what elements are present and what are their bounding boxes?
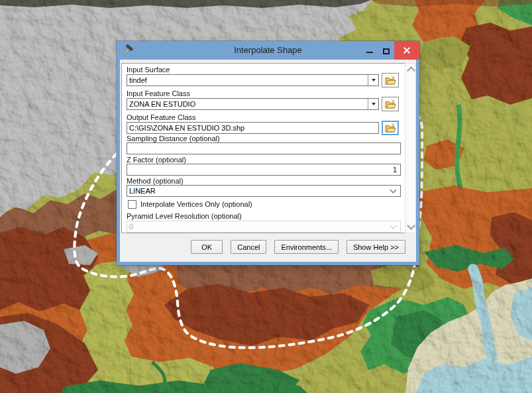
open-folder-icon bbox=[385, 76, 396, 85]
arcmap-viewport: Interpolate Shape Input Surface tindef bbox=[0, 0, 532, 393]
cancel-button[interactable]: Cancel bbox=[231, 240, 266, 254]
interpolate-vertices-label: Interpolate Vertices Only (optional) bbox=[140, 200, 252, 209]
show-help-button[interactable]: Show Help >> bbox=[346, 240, 405, 254]
method-label: Method (optional) bbox=[127, 177, 184, 185]
environments-button[interactable]: Environments... bbox=[274, 240, 338, 254]
pyramid-level-label: Pyramid Level Resolution (optional) bbox=[127, 212, 242, 220]
input-feature-class-browse-button[interactable] bbox=[382, 97, 399, 111]
vertical-scrollbar[interactable] bbox=[405, 63, 416, 233]
scroll-up-icon[interactable] bbox=[407, 66, 415, 75]
input-surface-combobox[interactable]: tindef bbox=[127, 74, 379, 86]
dialog-button-row: OK Cancel Environments... Show Help >> bbox=[120, 240, 405, 254]
open-folder-icon bbox=[385, 99, 396, 109]
open-folder-icon bbox=[385, 123, 396, 133]
method-value: LINEAR bbox=[127, 186, 158, 196]
input-surface-value: tindef bbox=[127, 75, 368, 85]
input-feature-class-combobox[interactable]: ZONA EN ESTUDIO bbox=[127, 98, 379, 110]
maximize-button[interactable] bbox=[378, 41, 394, 60]
input-feature-class-value: ZONA EN ESTUDIO bbox=[127, 99, 368, 109]
output-feature-class-label: Output Feature Class bbox=[127, 113, 196, 121]
output-feature-class-input[interactable]: C:\GIS\ZONA EN ESTUDIO 3D.shp bbox=[127, 122, 379, 134]
input-surface-label: Input Surface bbox=[127, 66, 170, 74]
input-feature-class-label: Input Feature Class bbox=[127, 89, 190, 97]
minimize-button[interactable] bbox=[361, 41, 378, 60]
minimize-icon bbox=[366, 52, 373, 53]
chevron-down-icon bbox=[390, 187, 397, 194]
output-feature-class-browse-button[interactable] bbox=[382, 121, 399, 135]
parameters-panel: Input Surface tindef Input Feature Class… bbox=[121, 63, 405, 233]
close-button[interactable] bbox=[394, 41, 419, 60]
input-surface-browse-button[interactable] bbox=[382, 73, 399, 87]
pyramid-level-value: 0 bbox=[127, 221, 135, 232]
pyramid-level-dropdown: 0 bbox=[127, 221, 401, 233]
sampling-distance-label: Sampling Distance (optional) bbox=[127, 135, 220, 142]
dropdown-arrow-icon[interactable] bbox=[368, 75, 378, 85]
scroll-down-icon[interactable] bbox=[407, 221, 415, 230]
chevron-down-icon bbox=[390, 223, 397, 229]
interpolate-vertices-checkbox[interactable] bbox=[128, 200, 136, 209]
z-factor-input[interactable]: 1 bbox=[127, 164, 401, 176]
maximize-icon bbox=[383, 48, 390, 54]
method-dropdown[interactable]: LINEAR bbox=[127, 185, 401, 197]
interpolate-shape-dialog: Interpolate Shape Input Surface tindef bbox=[117, 41, 419, 265]
z-factor-label: Z Factor (optional) bbox=[127, 156, 186, 164]
sampling-distance-input[interactable] bbox=[127, 142, 401, 154]
ok-button[interactable]: OK bbox=[191, 240, 223, 254]
dialog-titlebar[interactable]: Interpolate Shape bbox=[117, 41, 419, 60]
dropdown-arrow-icon[interactable] bbox=[368, 99, 378, 109]
